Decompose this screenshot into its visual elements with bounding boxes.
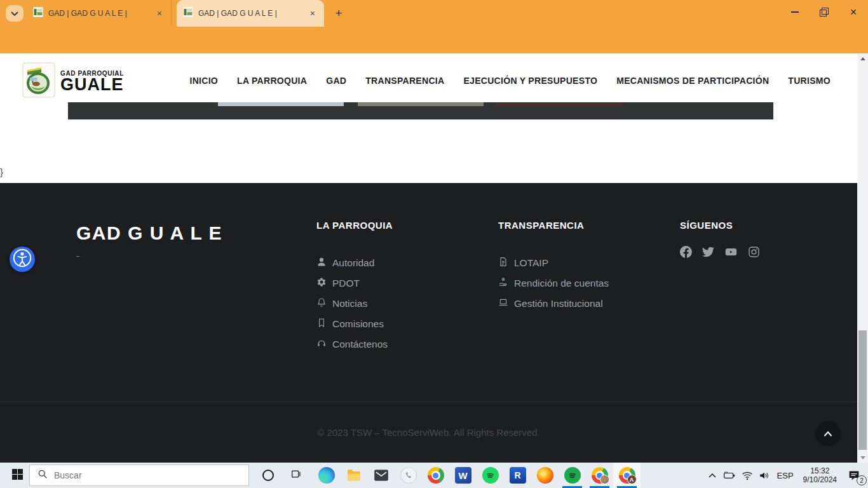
accessibility-widget-button[interactable] <box>10 247 35 272</box>
site-favicon <box>183 7 193 20</box>
footer-column-transparencia: TRANSPARENCIA LOTAIP Rendición de cuenta… <box>498 220 609 314</box>
notification-count-badge: 2 <box>857 475 867 485</box>
wifi-icon[interactable] <box>742 471 753 480</box>
cortana-button[interactable] <box>255 463 281 488</box>
taskbar-spotify-2-icon[interactable] <box>559 463 586 488</box>
footer-copyright: © 2023 TSW – TecnoServiWeb. All Rights R… <box>0 427 857 438</box>
footer-link-pdot[interactable]: PDOT <box>316 273 393 294</box>
chevron-up-icon <box>824 428 832 439</box>
taskbar-file-explorer-icon[interactable] <box>340 463 367 488</box>
taskbar-chrome-profile-icon[interactable] <box>586 463 613 488</box>
tray-chevron-up-icon[interactable] <box>708 472 717 478</box>
footer-link-noticias[interactable]: Noticias <box>316 294 393 314</box>
chevron-down-icon <box>11 8 18 19</box>
browser-tab[interactable]: GAD | GAD G U A L E | × <box>27 0 172 27</box>
facebook-icon[interactable] <box>680 246 692 258</box>
footer-link-label: Rendición de cuentas <box>514 278 609 289</box>
windows-taskbar: W R A ESP 15:32 9/10/2024 <box>0 463 868 488</box>
bell-icon <box>316 297 327 310</box>
tab-title: GAD | GAD G U A L E | <box>198 9 302 18</box>
system-tray: ESP 15:32 9/10/2024 2 <box>708 463 863 488</box>
minimize-button[interactable] <box>780 0 810 24</box>
instagram-icon[interactable] <box>748 246 760 258</box>
restore-button[interactable] <box>810 0 839 24</box>
taskbar-clock[interactable]: 15:32 9/10/2024 <box>801 466 839 484</box>
taskbar-mail-icon[interactable] <box>367 463 395 488</box>
footer-link-contactenos[interactable]: Contáctenos <box>316 334 393 355</box>
taskbar-search-box[interactable] <box>29 464 249 486</box>
close-window-button[interactable]: × <box>839 0 868 24</box>
footer-link-label: Comisiones <box>332 318 384 330</box>
browser-tab-strip: GAD | GAD G U A L E | × GAD | GAD G U A … <box>0 0 868 27</box>
user-icon <box>316 257 327 269</box>
stray-brace-text: } <box>0 166 3 177</box>
new-tab-button[interactable]: + <box>330 5 347 22</box>
card-image-sliver <box>218 102 344 106</box>
footer-column-heading: SÍGUENOS <box>680 220 760 231</box>
headset-icon <box>316 338 327 351</box>
footer-link-label: Noticias <box>332 298 367 309</box>
tab-search-button[interactable] <box>6 5 24 22</box>
footer-link-rendicion[interactable]: Rendición de cuentas <box>498 273 609 294</box>
twitter-icon[interactable] <box>702 246 714 258</box>
nav-item-inicio[interactable]: INICIO <box>189 76 218 86</box>
footer-column-siguenos: SÍGUENOS <box>680 220 760 258</box>
taskbar-chrome-icon[interactable] <box>422 463 449 488</box>
card-image-sliver <box>496 102 623 106</box>
site-logo[interactable]: GAD PARROQUIAL GUALE <box>22 62 124 100</box>
site-logo-emblem <box>22 62 55 100</box>
taskbar-revit-icon[interactable]: R <box>504 463 531 488</box>
footer-link-autoridad[interactable]: Autoridad <box>316 253 393 273</box>
taskbar-whatsapp-icon[interactable] <box>395 463 422 488</box>
footer-link-comisiones[interactable]: Comisiones <box>316 314 393 334</box>
tab-title: GAD | GAD G U A L E | <box>48 9 149 18</box>
card-image-sliver <box>358 102 484 106</box>
speaker-icon[interactable] <box>759 470 770 480</box>
footer-column-heading: TRANSPARENCIA <box>498 220 609 231</box>
hand-coin-icon <box>498 277 508 290</box>
battery-icon[interactable] <box>722 470 736 480</box>
nav-item-ejecucion[interactable]: EJECUCIÓN Y PRESUPUESTO <box>463 76 597 86</box>
footer-link-gestion[interactable]: Gestión Institucional <box>498 294 609 314</box>
scroll-to-top-button[interactable] <box>815 421 841 446</box>
task-view-button[interactable] <box>283 463 309 488</box>
close-tab-icon[interactable]: × <box>308 8 318 19</box>
bookmark-icon <box>316 318 327 330</box>
nav-item-mecanismos[interactable]: MECANISMOS DE PARTICIPACIÓN <box>616 76 769 86</box>
close-tab-icon[interactable]: × <box>154 8 165 19</box>
footer-column-heading: LA PARROQUIA <box>316 220 393 231</box>
taskbar-spotify-icon[interactable] <box>477 463 504 488</box>
start-button[interactable] <box>6 463 28 488</box>
nav-item-turismo[interactable]: TURISMO <box>788 76 831 86</box>
accessibility-icon <box>11 247 33 271</box>
scrollbar-thumb[interactable] <box>858 330 867 450</box>
clock-time: 15:32 <box>810 466 829 475</box>
task-view-icon <box>290 468 302 482</box>
footer-link-lotaip[interactable]: LOTAIP <box>498 253 609 273</box>
taskbar-edge-icon[interactable] <box>313 463 340 488</box>
browser-tab-active[interactable]: GAD | GAD G U A L E | × <box>177 0 324 27</box>
document-icon <box>498 257 508 269</box>
footer-link-label: LOTAIP <box>514 257 548 269</box>
nav-item-la-parroquia[interactable]: LA PARROQUIA <box>237 76 307 86</box>
scrollbar-up-arrow[interactable] <box>857 53 868 64</box>
laptop-icon <box>498 297 508 310</box>
site-footer: GAD G U A L E - LA PARROQUIA Autoridad P… <box>0 183 857 463</box>
footer-column-parroquia: LA PARROQUIA Autoridad PDOT Noticias Com… <box>316 220 393 355</box>
youtube-icon[interactable] <box>724 246 738 258</box>
nav-item-transparencia[interactable]: TRANSPARENCIA <box>365 76 444 86</box>
page-viewport: GAD PARROQUIAL GUALE INICIO LA PARROQUIA… <box>0 53 857 463</box>
site-favicon <box>33 7 43 20</box>
profile-photo-badge <box>600 475 609 484</box>
search-input[interactable] <box>54 470 241 480</box>
nav-item-gad[interactable]: GAD <box>326 76 346 86</box>
footer-link-label: Gestión Institucional <box>514 298 603 309</box>
search-icon <box>37 469 48 482</box>
language-indicator[interactable]: ESP <box>776 471 795 480</box>
taskbar-firefox-icon[interactable] <box>531 463 559 488</box>
taskbar-chrome-active-icon[interactable]: A <box>613 463 641 488</box>
page-scrollbar <box>857 53 868 463</box>
scrollbar-down-arrow[interactable] <box>857 452 868 463</box>
taskbar-word-icon[interactable]: W <box>449 463 477 488</box>
action-center-button[interactable]: 2 <box>845 466 863 484</box>
